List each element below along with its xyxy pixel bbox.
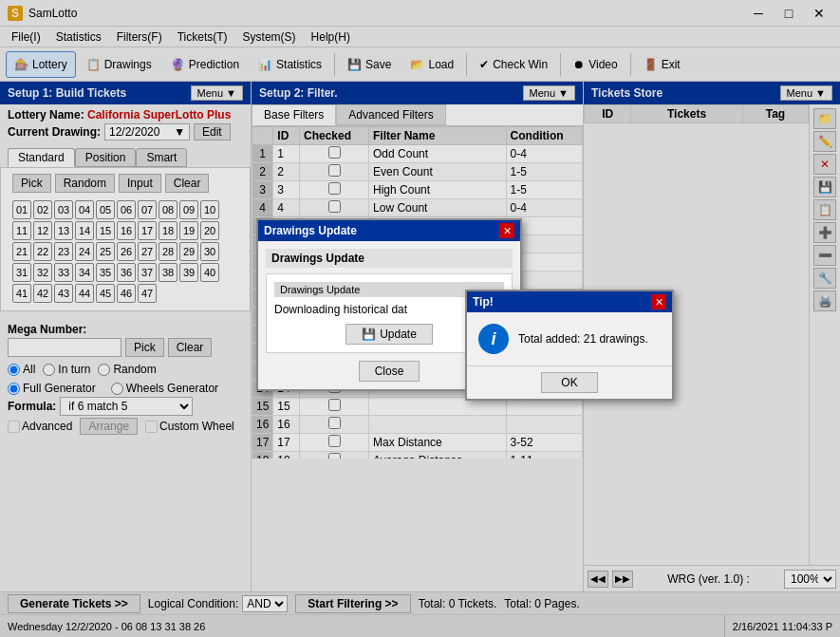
update-icon: 💾 [362, 328, 376, 341]
tip-titlebar: Tip! ✕ [467, 291, 672, 312]
drawings-update-titlebar: Drawings Update ✕ [258, 220, 520, 241]
drawings-update-subtitle: Drawings Update [266, 249, 513, 268]
tip-ok-button[interactable]: OK [541, 372, 598, 393]
dialog-overlay: Drawings Update ✕ Drawings Update Drawin… [0, 0, 840, 637]
update-button[interactable]: 💾 Update [345, 324, 433, 345]
drawings-update-close[interactable]: ✕ [499, 223, 514, 238]
tip-dialog: Tip! ✕ i Total added: 21 drawings. OK [465, 290, 674, 401]
info-icon: i [478, 324, 509, 354]
tip-title: Tip! [473, 295, 494, 309]
update-label: Update [380, 328, 417, 341]
close-button[interactable]: Close [359, 361, 420, 382]
tip-close[interactable]: ✕ [651, 294, 666, 309]
drawings-update-title: Drawings Update [264, 224, 357, 237]
tip-message: Total added: 21 drawings. [518, 332, 648, 346]
